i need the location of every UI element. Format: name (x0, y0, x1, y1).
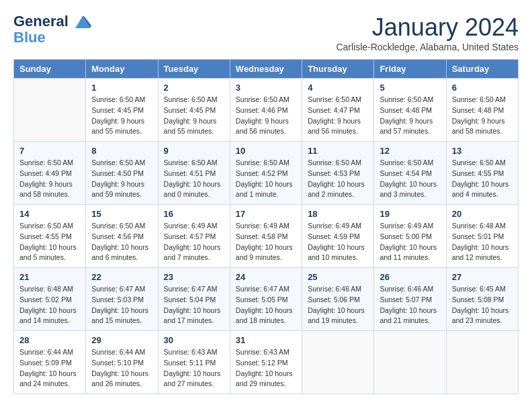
calendar-cell: 10Sunrise: 6:50 AMSunset: 4:52 PMDayligh… (230, 142, 302, 205)
calendar-cell: 9Sunrise: 6:50 AMSunset: 4:51 PMDaylight… (158, 142, 230, 205)
calendar-cell: 26Sunrise: 6:46 AMSunset: 5:07 PMDayligh… (374, 268, 446, 331)
calendar-table: SundayMondayTuesdayWednesdayThursdayFrid… (13, 59, 519, 394)
calendar-cell: 20Sunrise: 6:48 AMSunset: 5:01 PMDayligh… (446, 205, 518, 268)
day-number: 1 (91, 83, 152, 93)
calendar-cell: 31Sunrise: 6:43 AMSunset: 5:12 PMDayligh… (230, 331, 302, 394)
day-number: 14 (19, 209, 80, 219)
day-number: 17 (236, 209, 296, 219)
day-number: 13 (452, 146, 513, 156)
location: Carlisle-Rockledge, Alabama, United Stat… (336, 42, 519, 52)
day-info: Sunrise: 6:44 AMSunset: 5:10 PMDaylight:… (91, 347, 152, 390)
calendar-cell: 3Sunrise: 6:50 AMSunset: 4:46 PMDaylight… (230, 79, 302, 142)
calendar-cell: 8Sunrise: 6:50 AMSunset: 4:50 PMDaylight… (86, 142, 158, 205)
calendar-cell: 19Sunrise: 6:49 AMSunset: 5:00 PMDayligh… (374, 205, 446, 268)
day-info: Sunrise: 6:50 AMSunset: 4:48 PMDaylight:… (452, 95, 513, 137)
calendar-cell (446, 331, 518, 394)
day-info: Sunrise: 6:43 AMSunset: 5:12 PMDaylight:… (236, 347, 296, 390)
day-number: 30 (164, 335, 224, 345)
day-number: 24 (236, 272, 296, 282)
weekday-header: Sunday (14, 60, 86, 79)
calendar-cell: 27Sunrise: 6:45 AMSunset: 5:08 PMDayligh… (446, 268, 518, 331)
calendar-cell: 29Sunrise: 6:44 AMSunset: 5:10 PMDayligh… (86, 331, 158, 394)
title-block: January 2024 Carlisle-Rockledge, Alabama… (336, 13, 519, 52)
day-info: Sunrise: 6:43 AMSunset: 5:11 PMDaylight:… (164, 347, 224, 390)
weekday-header: Thursday (302, 60, 374, 79)
day-number: 7 (19, 146, 80, 156)
day-number: 10 (236, 146, 296, 156)
day-number: 11 (308, 146, 368, 156)
day-number: 5 (380, 83, 440, 93)
calendar-cell: 15Sunrise: 6:50 AMSunset: 4:56 PMDayligh… (86, 205, 158, 268)
day-number: 19 (380, 209, 440, 219)
day-info: Sunrise: 6:50 AMSunset: 4:53 PMDaylight:… (308, 158, 368, 200)
month-title: January 2024 (336, 13, 519, 42)
day-info: Sunrise: 6:46 AMSunset: 5:07 PMDaylight:… (380, 284, 440, 326)
day-info: Sunrise: 6:49 AMSunset: 4:57 PMDaylight:… (164, 221, 224, 263)
day-info: Sunrise: 6:50 AMSunset: 4:51 PMDaylight:… (164, 158, 224, 200)
calendar-week-row: 14Sunrise: 6:50 AMSunset: 4:55 PMDayligh… (14, 205, 519, 268)
day-number: 28 (19, 335, 80, 345)
day-info: Sunrise: 6:47 AMSunset: 5:03 PMDaylight:… (91, 284, 152, 326)
page-header: General Blue January 2024 Carlisle-Rockl… (13, 13, 519, 52)
calendar-cell (14, 79, 86, 142)
calendar-cell: 4Sunrise: 6:50 AMSunset: 4:47 PMDaylight… (302, 79, 374, 142)
day-info: Sunrise: 6:48 AMSunset: 5:01 PMDaylight:… (452, 221, 513, 263)
day-number: 27 (452, 272, 513, 282)
weekday-header: Friday (374, 60, 446, 79)
calendar-cell: 17Sunrise: 6:49 AMSunset: 4:58 PMDayligh… (230, 205, 302, 268)
calendar-week-row: 21Sunrise: 6:48 AMSunset: 5:02 PMDayligh… (14, 268, 519, 331)
day-info: Sunrise: 6:47 AMSunset: 5:05 PMDaylight:… (236, 284, 296, 326)
calendar-cell: 24Sunrise: 6:47 AMSunset: 5:05 PMDayligh… (230, 268, 302, 331)
day-number: 6 (452, 83, 513, 93)
day-info: Sunrise: 6:46 AMSunset: 5:06 PMDaylight:… (308, 284, 368, 326)
logo: General Blue (13, 13, 91, 46)
day-number: 22 (91, 272, 152, 282)
weekday-header: Saturday (446, 60, 518, 79)
calendar-cell: 16Sunrise: 6:49 AMSunset: 4:57 PMDayligh… (158, 205, 230, 268)
day-number: 21 (19, 272, 80, 282)
day-number: 20 (452, 209, 513, 219)
day-info: Sunrise: 6:47 AMSunset: 5:04 PMDaylight:… (164, 284, 224, 326)
day-number: 16 (164, 209, 224, 219)
day-info: Sunrise: 6:50 AMSunset: 4:45 PMDaylight:… (91, 95, 152, 137)
day-info: Sunrise: 6:44 AMSunset: 5:09 PMDaylight:… (19, 347, 80, 390)
day-info: Sunrise: 6:50 AMSunset: 4:55 PMDaylight:… (19, 221, 80, 263)
calendar-cell: 5Sunrise: 6:50 AMSunset: 4:48 PMDaylight… (374, 79, 446, 142)
calendar-cell (374, 331, 446, 394)
day-number: 26 (380, 272, 440, 282)
calendar-cell: 28Sunrise: 6:44 AMSunset: 5:09 PMDayligh… (14, 331, 86, 394)
calendar-cell: 25Sunrise: 6:46 AMSunset: 5:06 PMDayligh… (302, 268, 374, 331)
calendar-week-row: 7Sunrise: 6:50 AMSunset: 4:49 PMDaylight… (14, 142, 519, 205)
day-info: Sunrise: 6:49 AMSunset: 4:59 PMDaylight:… (308, 221, 368, 263)
calendar-cell: 6Sunrise: 6:50 AMSunset: 4:48 PMDaylight… (446, 79, 518, 142)
day-number: 25 (308, 272, 368, 282)
calendar-cell: 12Sunrise: 6:50 AMSunset: 4:54 PMDayligh… (374, 142, 446, 205)
day-info: Sunrise: 6:49 AMSunset: 5:00 PMDaylight:… (380, 221, 440, 263)
weekday-header: Tuesday (158, 60, 230, 79)
day-info: Sunrise: 6:45 AMSunset: 5:08 PMDaylight:… (452, 284, 513, 326)
day-info: Sunrise: 6:50 AMSunset: 4:49 PMDaylight:… (19, 158, 80, 200)
day-info: Sunrise: 6:50 AMSunset: 4:55 PMDaylight:… (452, 158, 513, 200)
calendar-cell (302, 331, 374, 394)
logo-line1: General (13, 13, 69, 30)
day-number: 31 (236, 335, 296, 345)
calendar-cell: 2Sunrise: 6:50 AMSunset: 4:45 PMDaylight… (158, 79, 230, 142)
weekday-header: Wednesday (230, 60, 302, 79)
day-number: 8 (91, 146, 152, 156)
day-info: Sunrise: 6:50 AMSunset: 4:52 PMDaylight:… (236, 158, 296, 200)
day-number: 12 (380, 146, 440, 156)
day-number: 4 (308, 83, 368, 93)
calendar-cell: 13Sunrise: 6:50 AMSunset: 4:55 PMDayligh… (446, 142, 518, 205)
calendar-cell: 21Sunrise: 6:48 AMSunset: 5:02 PMDayligh… (14, 268, 86, 331)
day-info: Sunrise: 6:50 AMSunset: 4:48 PMDaylight:… (380, 95, 440, 137)
day-info: Sunrise: 6:50 AMSunset: 4:54 PMDaylight:… (380, 158, 440, 200)
day-info: Sunrise: 6:50 AMSunset: 4:45 PMDaylight:… (164, 95, 224, 137)
weekday-header: Monday (86, 60, 158, 79)
day-number: 2 (164, 83, 224, 93)
calendar-cell: 14Sunrise: 6:50 AMSunset: 4:55 PMDayligh… (14, 205, 86, 268)
calendar-cell: 22Sunrise: 6:47 AMSunset: 5:03 PMDayligh… (86, 268, 158, 331)
calendar-cell: 11Sunrise: 6:50 AMSunset: 4:53 PMDayligh… (302, 142, 374, 205)
calendar-week-row: 1Sunrise: 6:50 AMSunset: 4:45 PMDaylight… (14, 79, 519, 142)
day-info: Sunrise: 6:50 AMSunset: 4:47 PMDaylight:… (308, 95, 368, 137)
day-info: Sunrise: 6:50 AMSunset: 4:56 PMDaylight:… (91, 221, 152, 263)
